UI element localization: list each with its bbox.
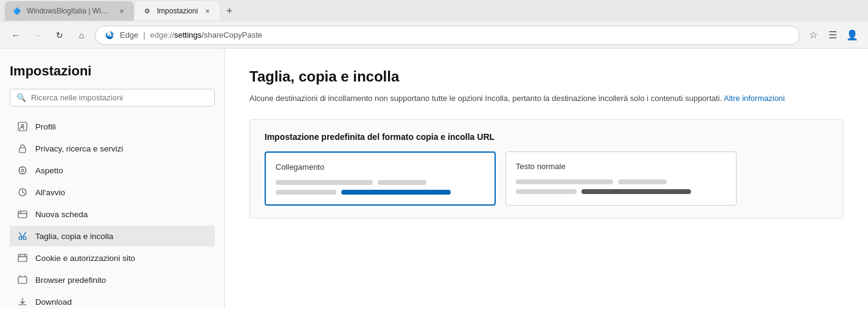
sidebar-item-label-download: Download	[35, 297, 72, 307]
tab-bar: 🔷 WindowsBlogItalia | Windows, S... ✕ ⚙ …	[0, 0, 868, 22]
tab-settings-label: Impostazioni	[157, 7, 198, 15]
cookie-icon	[17, 252, 28, 263]
home-button[interactable]: ⌂	[73, 27, 90, 44]
profile-icon: 👤	[846, 29, 858, 41]
back-button[interactable]: ←	[7, 27, 24, 44]
page-title: Taglia, copia e incolla	[249, 68, 844, 85]
sidebar-item-allavvio[interactable]: All'avvio	[10, 182, 215, 203]
mock-line-2	[378, 180, 426, 185]
format-section: Impostazione predefinita del formato cop…	[249, 119, 844, 218]
sidebar-item-taglia-copia-incolla[interactable]: Taglia, copia e incolla	[10, 226, 215, 246]
nav-items: Profili Privacy, ricerca e servizi Aspet…	[10, 116, 215, 309]
sidebar-item-profili[interactable]: Profili	[10, 116, 215, 137]
mock-line-7	[516, 189, 577, 194]
bookmark-icon: ☆	[809, 29, 818, 41]
url-bar[interactable]: Edge | edge://settings/shareCopyPaste	[95, 26, 800, 45]
sidebar-item-nuova-scheda[interactable]: Nuova scheda	[10, 204, 215, 224]
nuova-scheda-icon	[17, 209, 28, 220]
sidebar-item-download[interactable]: Download	[10, 291, 215, 309]
tab-settings-close[interactable]: ✕	[203, 6, 212, 16]
browser-chrome: 🔷 WindowsBlogItalia | Windows, S... ✕ ⚙ …	[0, 0, 868, 49]
tab-windowsblog-favicon: 🔷	[12, 6, 22, 16]
sidebar-item-label-profili: Profili	[35, 122, 56, 131]
sidebar-item-label-browser-predefinito: Browser predefinito	[35, 276, 106, 285]
profili-icon	[17, 121, 28, 132]
sidebar-item-label-taglia: Taglia, copia e incolla	[35, 232, 113, 241]
mock-line-1	[276, 180, 373, 185]
svg-point-4	[21, 169, 24, 172]
allavvio-icon	[17, 187, 28, 198]
tab-windowsblog-label: WindowsBlogItalia | Windows, S...	[27, 7, 112, 15]
favorites-button[interactable]: ☰	[824, 27, 841, 44]
sidebar-item-label-aspetto: Aspetto	[35, 166, 63, 175]
settings-content: Taglia, copia e incolla Alcune destinazi…	[225, 49, 868, 309]
svg-point-7	[19, 237, 22, 240]
sidebar-item-label-cookie: Cookie e autorizzazioni sito	[35, 254, 135, 263]
refresh-icon: ↻	[56, 30, 63, 40]
forward-button[interactable]: →	[29, 27, 46, 44]
sidebar-item-cookie[interactable]: Cookie e autorizzazioni sito	[10, 248, 215, 268]
toolbar-icons: ☆ ☰ 👤	[805, 27, 861, 44]
tab-windowsblog-close[interactable]: ✕	[117, 6, 127, 16]
favorites-icon: ☰	[828, 29, 837, 41]
aspetto-icon	[17, 165, 28, 176]
sidebar-item-browser-predefinito[interactable]: Browser predefinito	[10, 269, 215, 290]
svg-rect-10	[18, 277, 27, 283]
bookmark-button[interactable]: ☆	[805, 27, 822, 44]
url-prefix: edge://	[150, 30, 175, 40]
format-card-testo-normale-label: Testo normale	[516, 162, 726, 171]
svg-rect-9	[18, 254, 27, 262]
format-card-collegamento-label: Collegamento	[276, 162, 485, 172]
mock-line-6	[618, 179, 667, 184]
browser-predefinito-icon	[17, 274, 28, 285]
sidebar: Impostazioni 🔍 Profili Privacy, ricerca …	[0, 49, 225, 309]
mock-line-4-blue	[341, 190, 451, 195]
mock-line-row-3	[516, 179, 726, 184]
search-icon: 🔍	[16, 93, 26, 102]
url-separator: |	[143, 30, 145, 40]
url-path-suffix: /shareCopyPaste	[201, 30, 262, 40]
mock-line-row-2	[276, 190, 485, 195]
sidebar-item-privacy[interactable]: Privacy, ricerca e servizi	[10, 138, 215, 159]
mock-lines-collegamento	[276, 180, 485, 195]
browser-body: Impostazioni 🔍 Profili Privacy, ricerca …	[0, 49, 868, 309]
tab-settings-favicon: ⚙	[142, 6, 152, 16]
search-input[interactable]	[31, 93, 208, 102]
sidebar-item-label-allavvio: All'avvio	[35, 188, 65, 197]
svg-point-1	[21, 125, 24, 127]
download-icon	[17, 296, 28, 307]
settings-description: Alcune destinazioni di incollamento non …	[249, 92, 844, 105]
mock-line-5	[516, 179, 613, 184]
edge-logo-icon	[104, 30, 115, 41]
back-icon: ←	[12, 30, 20, 40]
new-tab-button[interactable]: +	[221, 2, 238, 19]
refresh-button[interactable]: ↻	[51, 27, 68, 44]
search-box[interactable]: 🔍	[10, 89, 215, 106]
profile-button[interactable]: 👤	[844, 27, 861, 44]
mock-lines-testo-normale	[516, 179, 726, 194]
format-card-collegamento[interactable]: Collegamento	[265, 151, 496, 206]
browser-name-label: Edge	[120, 30, 138, 40]
home-icon: ⌂	[79, 30, 84, 40]
svg-point-8	[23, 237, 26, 240]
taglia-icon	[17, 231, 28, 241]
description-text: Alcune destinazioni di incollamento non …	[249, 94, 722, 103]
address-bar: ← → ↻ ⌂ Edge | edge://settings/shareCopy…	[0, 22, 868, 49]
mock-line-row-4	[516, 189, 726, 194]
sidebar-item-label-nuova-scheda: Nuova scheda	[35, 210, 88, 219]
format-cards: Collegamento Testo normale	[265, 151, 828, 206]
format-section-title: Impostazione predefinita del formato cop…	[265, 132, 828, 142]
mock-line-row-1	[276, 180, 485, 185]
privacy-icon	[17, 143, 28, 154]
mock-line-3	[276, 190, 336, 195]
sidebar-title: Impostazioni	[10, 63, 215, 79]
url-display: edge://settings/shareCopyPaste	[150, 30, 262, 40]
tab-windowsblog[interactable]: 🔷 WindowsBlogItalia | Windows, S... ✕	[5, 1, 134, 21]
sidebar-item-label-privacy: Privacy, ricerca e servizi	[35, 144, 123, 153]
sidebar-item-aspetto[interactable]: Aspetto	[10, 160, 215, 181]
tab-settings[interactable]: ⚙ Impostazioni ✕	[135, 1, 220, 21]
forward-icon: →	[33, 30, 42, 40]
more-info-link[interactable]: Altre informazioni	[724, 94, 785, 103]
format-card-testo-normale[interactable]: Testo normale	[505, 151, 737, 206]
svg-rect-6	[18, 211, 27, 218]
